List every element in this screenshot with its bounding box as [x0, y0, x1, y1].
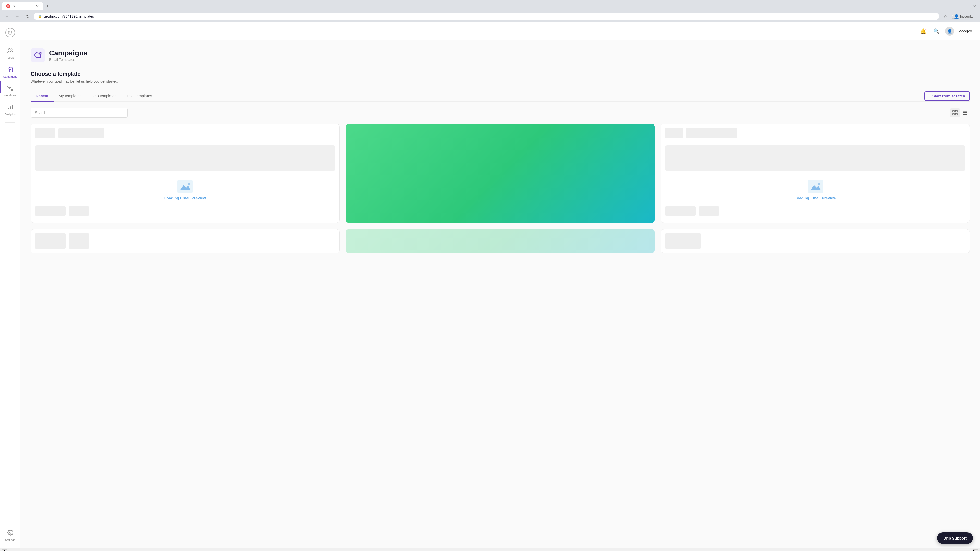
svg-rect-15 — [953, 110, 955, 112]
skeleton-bl-1 — [35, 233, 65, 249]
template-card-bottom-right[interactable] — [661, 229, 970, 253]
template-card-right[interactable]: Loading Email Preview — [661, 124, 970, 223]
browser-nav: ← → ↻ 🔒 getdrip.com/7641396/templates ☆ … — [0, 10, 980, 22]
svg-rect-10 — [10, 106, 11, 110]
search-input-wrap — [30, 108, 127, 118]
star-button[interactable]: ☆ — [941, 12, 950, 21]
campaigns-icon — [7, 66, 13, 74]
choose-template-title: Choose a template — [30, 71, 970, 77]
sidebar-divider — [5, 122, 15, 123]
templates-grid: Loading Email Preview — [30, 124, 970, 253]
notification-button[interactable]: 🔔 — [918, 27, 928, 36]
sidebar-item-settings[interactable]: Settings — [1, 527, 19, 544]
lock-icon: 🔒 — [38, 14, 42, 18]
sidebar-item-campaigns[interactable]: Campaigns — [1, 64, 19, 81]
active-sidebar-indicator — [0, 81, 1, 94]
profile-icon: 👤 — [954, 14, 959, 19]
svg-rect-17 — [953, 113, 955, 115]
right-loading-preview-label: Loading Email Preview — [794, 196, 836, 200]
sidebar-item-analytics[interactable]: Analytics — [1, 102, 19, 118]
skeleton-right-row-bottom — [665, 206, 966, 216]
tab-title: Drip — [12, 4, 18, 8]
search-button[interactable]: 🔍 — [932, 27, 941, 36]
right-loading-preview-content: Loading Email Preview — [665, 174, 966, 206]
skeleton-block-2 — [59, 128, 104, 138]
profile-button[interactable]: 👤 Incognito — [959, 12, 968, 21]
sidebar-campaigns-label: Campaigns — [3, 75, 18, 78]
list-view-button[interactable] — [961, 108, 970, 118]
scroll-right-arrow[interactable]: ▶ — [973, 549, 978, 550]
page-subtitle: Email Templates — [49, 58, 88, 62]
menu-button[interactable]: ⋮ — [969, 12, 977, 21]
minimize-button[interactable]: − — [955, 3, 962, 10]
tab-recent[interactable]: Recent — [30, 91, 54, 102]
username[interactable]: Moodjoy — [958, 29, 972, 33]
sidebar-item-workflows[interactable]: Workflows — [1, 83, 19, 100]
page-header: Campaigns Email Templates — [30, 48, 970, 62]
active-browser-tab[interactable]: D Drip ✕ — [2, 2, 43, 10]
svg-point-25 — [818, 183, 821, 186]
svg-point-23 — [188, 183, 190, 186]
svg-rect-16 — [956, 110, 957, 112]
sidebar-workflows-label: Workflows — [3, 94, 17, 97]
loading-preview-content: Loading Email Preview — [35, 174, 335, 206]
sidebar-wrapper: People Campaigns Workflows Analytics — [0, 22, 21, 548]
template-card-bottom-left[interactable] — [30, 229, 340, 253]
drip-logo[interactable] — [4, 27, 16, 39]
search-input[interactable] — [30, 108, 127, 118]
address-bar[interactable]: 🔒 getdrip.com/7641396/templates — [34, 13, 939, 20]
svg-rect-9 — [8, 108, 9, 110]
user-avatar[interactable]: 👤 — [945, 27, 954, 36]
analytics-icon — [7, 104, 13, 112]
start-from-scratch-button[interactable]: + Start from scratch — [924, 91, 970, 101]
right-loading-preview-body: Loading Email Preview — [661, 145, 969, 223]
sidebar-analytics-label: Analytics — [4, 113, 16, 116]
template-skeleton-top — [31, 124, 339, 145]
tab-favicon: D — [6, 4, 10, 8]
tab-text-templates[interactable]: Text Templates — [121, 91, 157, 102]
browser-chrome: D Drip ✕ + − □ ✕ ← → ↻ 🔒 getdrip.com/764… — [0, 0, 980, 22]
svg-rect-13 — [30, 48, 45, 62]
drip-support-button[interactable]: Drip Support — [937, 532, 973, 544]
page-title: Campaigns — [49, 49, 88, 57]
search-icon: 🔍 — [933, 28, 940, 34]
svg-point-5 — [11, 67, 13, 68]
scroll-left-arrow[interactable]: ◀ — [2, 549, 7, 550]
svg-point-0 — [6, 28, 15, 37]
view-toggles — [950, 108, 970, 118]
close-tab-button[interactable]: ✕ — [36, 4, 39, 8]
reload-button[interactable]: ↻ — [24, 12, 32, 21]
maximize-button[interactable]: □ — [963, 3, 970, 10]
skeleton-right-bottom-2 — [699, 206, 719, 216]
main-content: 🔔 🔍 👤 Moodjoy — [21, 22, 980, 548]
new-tab-button[interactable]: + — [44, 3, 51, 10]
page-header-text: Campaigns Email Templates — [49, 49, 88, 62]
settings-icon — [7, 530, 13, 537]
svg-rect-18 — [956, 113, 957, 115]
template-card-left[interactable]: Loading Email Preview — [30, 124, 340, 223]
page-header-icon — [30, 48, 45, 62]
template-card-bottom-center[interactable] — [346, 229, 655, 253]
grid-view-button[interactable] — [950, 108, 959, 118]
tab-my-templates[interactable]: My templates — [54, 91, 86, 102]
topbar: 🔔 🔍 👤 Moodjoy — [21, 22, 980, 40]
close-window-button[interactable]: ✕ — [971, 3, 978, 10]
loading-preview-body: Loading Email Preview — [31, 145, 339, 223]
user-icon: 👤 — [947, 29, 952, 34]
skeleton-bottom-2 — [68, 206, 89, 216]
svg-rect-21 — [963, 114, 967, 115]
skeleton-preview-area — [35, 145, 335, 171]
back-button[interactable]: ← — [3, 12, 11, 21]
skeleton-row-bottom — [35, 206, 335, 216]
template-card-featured[interactable] — [346, 124, 655, 223]
forward-button[interactable]: → — [13, 12, 21, 21]
sidebar: People Campaigns Workflows Analytics — [0, 22, 21, 548]
people-icon — [7, 48, 13, 55]
scrollbar-area: ◀ ▶ — [0, 548, 980, 551]
nav-actions: ☆ ⬜ 👤 Incognito ⋮ — [941, 12, 977, 21]
skeleton-br-1 — [665, 233, 701, 249]
svg-point-4 — [11, 49, 12, 50]
svg-rect-19 — [963, 111, 967, 112]
tab-drip-templates[interactable]: Drip templates — [86, 91, 121, 102]
sidebar-item-people[interactable]: People — [1, 45, 19, 62]
